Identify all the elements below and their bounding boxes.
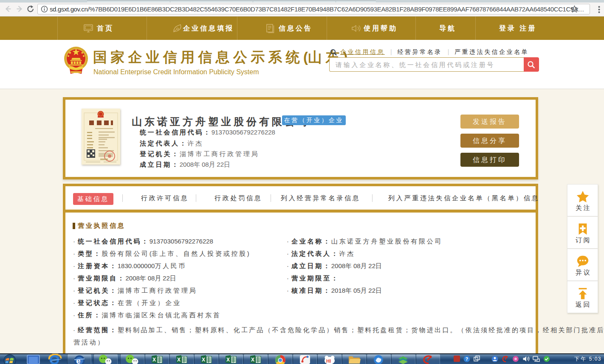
svg-text:X: X (152, 357, 156, 363)
svg-text:X: X (251, 357, 254, 363)
svg-text:?: ? (466, 356, 469, 361)
svg-text:X: X (202, 357, 205, 363)
svg-text:X: X (177, 357, 181, 363)
svg-text:HI: HI (326, 358, 331, 364)
svg-text:X: X (226, 357, 230, 363)
svg-text:e: e (76, 357, 81, 364)
